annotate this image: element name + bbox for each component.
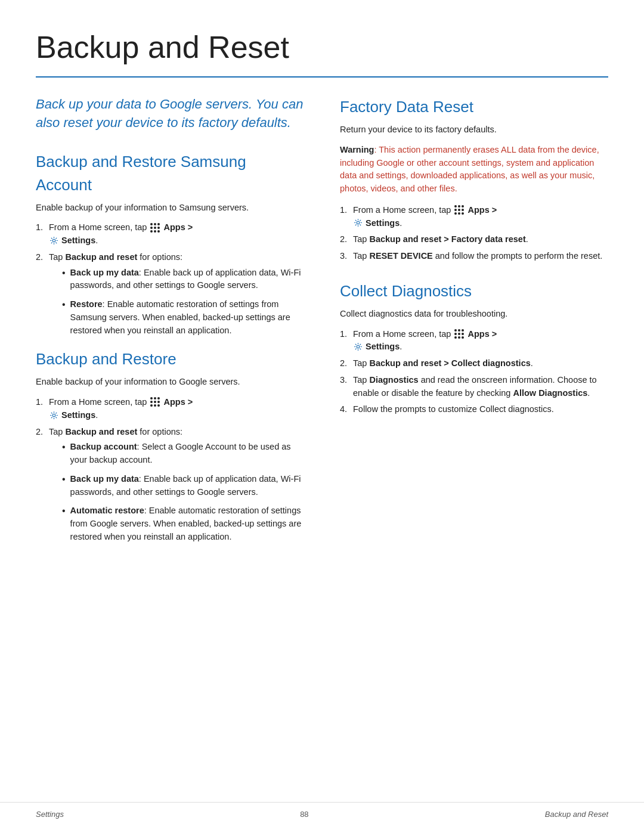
step-content: Tap Backup and reset > Factory data rese… bbox=[353, 233, 608, 246]
section-subtitle-backup-restore: Enable backup of your information to Goo… bbox=[36, 376, 304, 389]
step-content: Tap Backup and reset for options: Back u… bbox=[49, 251, 304, 343]
steps-factory-reset: 1. From a Home screen, tap Apps > bbox=[340, 204, 608, 263]
step-content: From a Home screen, tap Apps > bbox=[353, 204, 608, 230]
step-content: Tap Backup and reset for options: Backup… bbox=[49, 426, 304, 550]
apps-icon bbox=[150, 397, 160, 407]
settings-icon bbox=[354, 218, 363, 227]
page-title: Backup and Reset bbox=[36, 24, 608, 70]
settings-icon bbox=[49, 236, 58, 245]
step-num: 1. bbox=[36, 396, 49, 409]
bullet-item: Backup account: Select a Google Account … bbox=[62, 441, 304, 467]
step-num: 3. bbox=[340, 374, 353, 387]
step-2-backup-restore: 2. Tap Backup and reset for options: Bac… bbox=[36, 426, 304, 550]
step-num: 2. bbox=[340, 233, 353, 246]
step-num: 1. bbox=[36, 221, 49, 234]
right-column: Factory Data Reset Return your device to… bbox=[340, 95, 608, 555]
section-title-backup-restore: Backup and Restore bbox=[36, 348, 304, 371]
content-columns: Back up your data to Google servers. You… bbox=[36, 95, 608, 555]
step-num: 1. bbox=[340, 204, 353, 217]
step-content: From a Home screen, tap Apps > bbox=[49, 221, 304, 247]
step-2-backup-samsung: 2. Tap Backup and reset for options: Bac… bbox=[36, 251, 304, 343]
section-subtitle-factory-reset: Return your device to its factory defaul… bbox=[340, 123, 608, 137]
step-1-factory-reset: 1. From a Home screen, tap Apps > bbox=[340, 204, 608, 230]
svg-point-2 bbox=[357, 221, 360, 224]
bullet-list: Back up my data: Enable back up of appli… bbox=[62, 267, 304, 337]
step-content: From a Home screen, tap Apps > bbox=[353, 328, 608, 354]
section-backup-restore: Backup and Restore Enable backup of your… bbox=[36, 348, 304, 549]
bullet-list: Backup account: Select a Google Account … bbox=[62, 441, 304, 543]
step-num: 2. bbox=[36, 426, 49, 439]
warning-label: Warning bbox=[340, 145, 374, 154]
bullet-item: Restore: Enable automatic restoration of… bbox=[62, 298, 304, 337]
bullet-item: Back up my data: Enable back up of appli… bbox=[62, 473, 304, 499]
step-1-backup-samsung: 1. From a Home screen, tap Apps > bbox=[36, 221, 304, 247]
section-backup-restore-samsung: Backup and Restore Samsung Account Enabl… bbox=[36, 150, 304, 343]
warning-text: Warning: This action permanently erases … bbox=[340, 144, 608, 196]
step-content: Follow the prompts to customize Collect … bbox=[353, 403, 608, 416]
step-3-collect-diagnostics: 3. Tap Diagnostics and read the onscreen… bbox=[340, 374, 608, 400]
section-collect-diagnostics: Collect Diagnostics Collect diagnostics … bbox=[340, 280, 608, 416]
left-column: Back up your data to Google servers. You… bbox=[36, 95, 304, 555]
apps-icon bbox=[454, 205, 464, 215]
step-1-backup-restore: 1. From a Home screen, tap Apps > bbox=[36, 396, 304, 422]
svg-point-1 bbox=[52, 414, 55, 417]
svg-point-0 bbox=[52, 239, 55, 242]
footer-center: 88 bbox=[300, 809, 308, 820]
footer-right: Backup and Reset bbox=[545, 809, 608, 820]
section-title-factory-reset: Factory Data Reset bbox=[340, 95, 608, 119]
steps-collect-diagnostics: 1. From a Home screen, tap Apps > bbox=[340, 328, 608, 417]
step-2-factory-reset: 2. Tap Backup and reset > Factory data r… bbox=[340, 233, 608, 246]
step-content: Tap RESET DEVICE and follow the prompts … bbox=[353, 250, 608, 263]
step-num: 1. bbox=[340, 328, 353, 341]
step-4-collect-diagnostics: 4. Follow the prompts to customize Colle… bbox=[340, 403, 608, 416]
step-content: Tap Backup and reset > Collect diagnosti… bbox=[353, 357, 608, 370]
section-subtitle-collect-diagnostics: Collect diagnostics data for troubleshoo… bbox=[340, 308, 608, 321]
step-2-collect-diagnostics: 2. Tap Backup and reset > Collect diagno… bbox=[340, 357, 608, 370]
step-num: 2. bbox=[340, 357, 353, 370]
bullet-item: Automatic restore: Enable automatic rest… bbox=[62, 504, 304, 543]
step-3-factory-reset: 3. Tap RESET DEVICE and follow the promp… bbox=[340, 250, 608, 263]
steps-backup-samsung: 1. From a Home screen, tap Apps > bbox=[36, 221, 304, 343]
intro-text: Back up your data to Google servers. You… bbox=[36, 95, 304, 132]
footer-left: Settings bbox=[36, 809, 64, 820]
step-content: Tap Diagnostics and read the onscreen in… bbox=[353, 374, 608, 400]
apps-icon bbox=[150, 223, 160, 233]
apps-icon bbox=[454, 329, 464, 339]
title-rule bbox=[36, 76, 608, 78]
step-content: From a Home screen, tap Apps > bbox=[49, 396, 304, 422]
section-title-collect-diagnostics: Collect Diagnostics bbox=[340, 280, 608, 303]
section-title-backup-samsung: Backup and Restore Samsung Account bbox=[36, 150, 304, 197]
steps-backup-restore: 1. From a Home screen, tap Apps > bbox=[36, 396, 304, 550]
settings-icon bbox=[354, 342, 363, 351]
footer: Settings 88 Backup and Reset bbox=[0, 802, 644, 820]
step-1-collect-diagnostics: 1. From a Home screen, tap Apps > bbox=[340, 328, 608, 354]
step-num: 3. bbox=[340, 250, 353, 263]
section-subtitle-backup-samsung: Enable backup of your information to Sam… bbox=[36, 202, 304, 215]
section-factory-reset: Factory Data Reset Return your device to… bbox=[340, 95, 608, 263]
step-num: 2. bbox=[36, 251, 49, 264]
settings-icon bbox=[49, 411, 58, 420]
bullet-item: Back up my data: Enable back up of appli… bbox=[62, 267, 304, 293]
step-num: 4. bbox=[340, 403, 353, 416]
svg-point-3 bbox=[357, 345, 360, 348]
page: Backup and Reset Back up your data to Go… bbox=[0, 0, 644, 833]
